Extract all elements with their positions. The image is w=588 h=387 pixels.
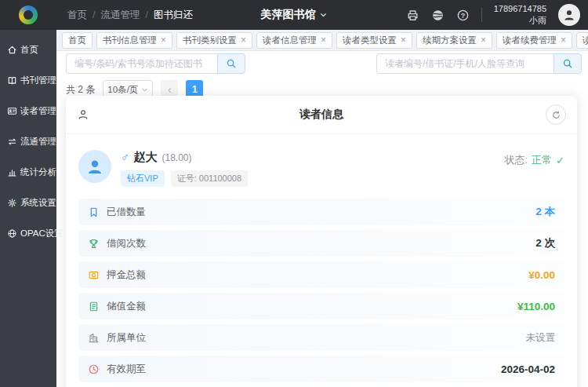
close-icon[interactable]: × bbox=[161, 35, 166, 45]
reader-status: 状态: 正常 ✓ bbox=[504, 153, 564, 167]
sidebar-item-label: OPAC设置 bbox=[20, 228, 64, 239]
sidebar-item-readers[interactable]: 读者管理 bbox=[0, 96, 56, 126]
sidebar-item-circulation[interactable]: 流通管理 bbox=[0, 126, 56, 157]
reader-search-button[interactable] bbox=[554, 53, 582, 74]
swap-arrows-icon bbox=[7, 137, 17, 147]
sidebar-item-label: 流通管理 bbox=[20, 136, 56, 148]
row-label: 借阅次数 bbox=[107, 237, 146, 250]
status-label: 状态: bbox=[504, 153, 528, 167]
bookmark-icon bbox=[88, 206, 100, 218]
row-deposit-total: 押金总额 ¥0.00 bbox=[78, 261, 564, 288]
reader-icon[interactable] bbox=[77, 108, 89, 121]
tab-label: 首页 bbox=[68, 35, 86, 46]
tab-reader-type-settings[interactable]: 读者类型设置× bbox=[336, 32, 412, 49]
close-icon[interactable]: × bbox=[561, 35, 566, 45]
reader-name-line: ♂ 赵大 (18.00) bbox=[121, 150, 248, 165]
library-selector[interactable]: 美萍图书馆 bbox=[261, 8, 328, 22]
topbar-divider bbox=[481, 8, 482, 22]
tab-reader-renewal-management[interactable]: 读者续费管理× bbox=[496, 32, 572, 49]
sidebar-item-label: 读者管理 bbox=[20, 105, 56, 117]
tab-reader-info-management[interactable]: 读者信息管理× bbox=[256, 32, 332, 49]
help-icon[interactable]: ? bbox=[456, 9, 470, 22]
tab-book-info-management[interactable]: 书刊信息管理× bbox=[96, 32, 172, 49]
bar-chart-icon bbox=[7, 167, 17, 177]
user-name: 小雨 bbox=[494, 15, 546, 27]
tab-book-category-settings[interactable]: 书刊类别设置× bbox=[176, 32, 252, 49]
app-logo-icon bbox=[19, 5, 38, 24]
tab-label: 续期方案设置 bbox=[423, 35, 477, 46]
id-card-icon bbox=[7, 106, 17, 116]
reader-search-input[interactable] bbox=[376, 53, 554, 74]
book-icon bbox=[7, 75, 17, 86]
sidebar-item-label: 统计分析 bbox=[20, 166, 56, 178]
row-organization: 所属单位 未设置 bbox=[78, 324, 564, 351]
page-size-value: 10条/页 bbox=[107, 84, 138, 96]
user-avatar[interactable] bbox=[558, 4, 580, 26]
breadcrumb: 首页 / 流通管理 / 图书归还 bbox=[67, 9, 193, 22]
card-number-badge: 证号: 001100008 bbox=[171, 170, 248, 187]
sidebar-item-label: 首页 bbox=[20, 44, 38, 56]
row-value: ¥0.00 bbox=[528, 269, 555, 281]
row-stored-balance: 储值金额 ¥110.00 bbox=[78, 293, 564, 319]
breadcrumb-home[interactable]: 首页 bbox=[67, 9, 87, 22]
person-icon bbox=[562, 8, 576, 22]
sidebar-item-settings[interactable]: 系统设置 bbox=[0, 188, 56, 218]
breadcrumb-separator: / bbox=[145, 9, 147, 20]
earth-icon[interactable] bbox=[431, 9, 445, 22]
status-value: 正常 bbox=[532, 153, 552, 167]
sidebar-item-home[interactable]: 首页 bbox=[0, 35, 56, 65]
sidebar-item-label: 系统设置 bbox=[20, 197, 56, 209]
row-label: 储值金额 bbox=[107, 300, 146, 313]
close-icon[interactable]: × bbox=[321, 35, 326, 45]
pagination-total: 共 2 条 bbox=[66, 83, 95, 97]
panel-header: 读者信息 bbox=[66, 96, 577, 134]
chevron-down-icon bbox=[320, 11, 328, 19]
reader-info-panel: 读者信息 ♂ 赵大 (18.00) 钻石VIP 证号: 001100008 bbox=[66, 96, 577, 387]
printer-icon[interactable] bbox=[406, 9, 419, 22]
check-icon: ✓ bbox=[556, 155, 564, 166]
tab-label: 书刊类别设置 bbox=[183, 35, 237, 46]
row-label: 已借数量 bbox=[107, 206, 146, 219]
tab-label: 读者信息管理 bbox=[263, 35, 317, 46]
reader-detail-rows: 已借数量 2 本 借阅次数 2 次 押金总额 ¥0.00 bbox=[66, 199, 577, 387]
row-value: 未设置 bbox=[526, 331, 556, 345]
tab-renewal-plan-settings[interactable]: 续期方案设置× bbox=[416, 32, 492, 49]
breadcrumb-section[interactable]: 流通管理 bbox=[100, 9, 140, 22]
book-search-group bbox=[66, 53, 245, 74]
tab-label: 读者借书 bbox=[583, 35, 588, 46]
reader-summary: ♂ 赵大 (18.00) 钻石VIP 证号: 001100008 状态: 正常 … bbox=[66, 134, 577, 199]
gear-icon bbox=[7, 198, 17, 208]
search-icon bbox=[226, 58, 237, 69]
reader-age: (18.00) bbox=[162, 152, 192, 163]
close-icon[interactable]: × bbox=[481, 35, 486, 45]
row-borrow-times: 借阅次数 2 次 bbox=[78, 230, 564, 257]
close-icon[interactable]: × bbox=[401, 35, 406, 45]
reader-badges: 钻石VIP 证号: 001100008 bbox=[121, 170, 248, 187]
tab-home[interactable]: 首页 bbox=[62, 32, 93, 49]
tab-bar: 首页 书刊信息管理× 书刊类别设置× 读者信息管理× 读者类型设置× 续期方案设… bbox=[56, 30, 588, 51]
sidebar-item-books[interactable]: 书刊管理 bbox=[0, 65, 56, 96]
book-search-button[interactable] bbox=[217, 53, 245, 74]
close-icon[interactable]: × bbox=[241, 35, 246, 45]
row-value: 2026-04-02 bbox=[501, 363, 555, 375]
refresh-button[interactable] bbox=[546, 104, 566, 125]
book-search-input[interactable] bbox=[66, 53, 217, 74]
reader-search-group bbox=[376, 53, 582, 74]
prev-icon: ‹ bbox=[168, 83, 172, 96]
logo-box[interactable] bbox=[0, 5, 56, 24]
sidebar-item-opac[interactable]: OPAC设置 bbox=[0, 218, 56, 249]
tab-label: 读者类型设置 bbox=[343, 35, 397, 46]
user-meta: 17896714785 小雨 bbox=[494, 3, 546, 27]
sidebar-item-label: 书刊管理 bbox=[20, 75, 56, 86]
sidebar-item-statistics[interactable]: 统计分析 bbox=[0, 157, 56, 188]
topbar: 首页 / 流通管理 / 图书归还 美萍图书馆 ? 17896714785 小雨 bbox=[0, 0, 588, 30]
tab-reader-borrow[interactable]: 读者借书× bbox=[576, 32, 588, 49]
topbar-actions: ? 17896714785 小雨 bbox=[406, 3, 588, 27]
reader-identity: ♂ 赵大 (18.00) 钻石VIP 证号: 001100008 bbox=[121, 150, 248, 187]
breadcrumb-current: 图书归还 bbox=[154, 9, 193, 22]
library-name: 美萍图书馆 bbox=[261, 8, 316, 22]
row-valid-until: 有效期至 2026-04-02 bbox=[78, 356, 564, 382]
row-borrowed-count: 已借数量 2 本 bbox=[78, 199, 564, 225]
row-label: 押金总额 bbox=[107, 268, 146, 282]
user-phone: 17896714785 bbox=[494, 3, 546, 15]
